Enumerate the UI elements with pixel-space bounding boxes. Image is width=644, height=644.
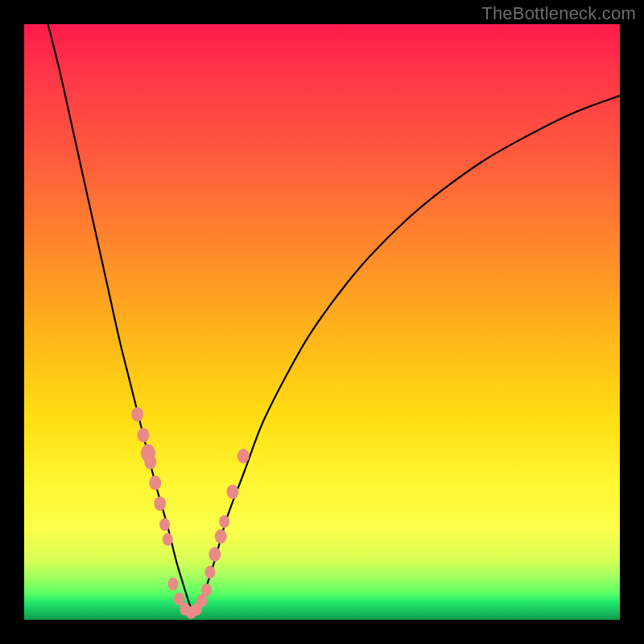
data-point xyxy=(227,485,239,499)
data-point xyxy=(208,547,221,562)
data-point xyxy=(159,518,170,531)
plot-area xyxy=(24,24,620,620)
data-point xyxy=(168,578,179,591)
curve-layer xyxy=(48,24,620,614)
curve-left xyxy=(48,24,193,614)
data-point xyxy=(138,428,150,443)
chart-frame: TheBottleneck.com xyxy=(0,0,644,644)
datapoints-layer xyxy=(131,407,250,619)
curve-right xyxy=(192,96,620,614)
data-point xyxy=(149,476,161,490)
data-point xyxy=(154,497,166,511)
watermark-text: TheBottleneck.com xyxy=(481,3,636,24)
data-point xyxy=(219,515,229,528)
chart-svg xyxy=(24,24,620,620)
data-point xyxy=(201,584,212,597)
data-point xyxy=(204,566,215,579)
data-point xyxy=(144,455,156,469)
data-point xyxy=(163,533,173,546)
data-point xyxy=(215,529,227,543)
data-point xyxy=(237,449,250,464)
data-point xyxy=(131,407,143,422)
